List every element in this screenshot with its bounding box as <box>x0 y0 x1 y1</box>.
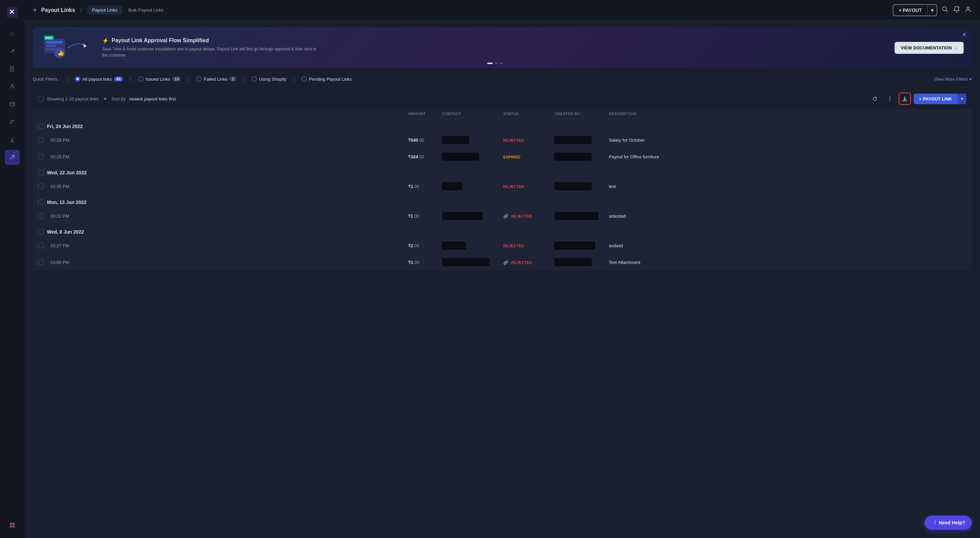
sidebar-item-external[interactable]: ↗ <box>5 43 20 59</box>
col-header-description: DESCRIPTION <box>609 112 966 116</box>
carousel-dot-2[interactable] <box>495 63 498 64</box>
logo[interactable]: ✕ <box>5 5 19 19</box>
tab-bulk-payout-links[interactable]: Bulk Payout Links <box>124 5 168 14</box>
refresh-button[interactable] <box>869 93 881 105</box>
add-payout-link-dropdown-button[interactable]: ▾ <box>958 94 966 104</box>
add-payout-link-group: + PAYOUT LINK ▾ <box>914 94 966 104</box>
filter-separator-2: | <box>130 76 131 83</box>
contact-redacted <box>442 136 469 144</box>
filter-all-payout-links[interactable]: All payout links 43 <box>72 75 126 83</box>
banner-title: ⚡ Payout Link Approval Flow Simplified <box>102 37 888 44</box>
more-options-button[interactable] <box>884 93 896 105</box>
row-status: 🔗REJECTED <box>503 213 554 219</box>
sidebar-item-transactions[interactable] <box>5 114 20 129</box>
table-row[interactable]: 03:00 PM ₹1.00 🔗REJECTED Test Attachment <box>33 254 972 271</box>
row-checkbox[interactable] <box>38 243 43 248</box>
sidebar-item-downloads[interactable] <box>5 132 20 147</box>
filter-issued-links[interactable]: Issued Links 14 <box>135 75 184 83</box>
filter-all-radio[interactable] <box>75 76 80 82</box>
section-checkbox-wed-8[interactable] <box>38 229 43 235</box>
row-description: asdasd <box>609 243 966 248</box>
sidebar-item-documents[interactable] <box>5 61 20 76</box>
row-created-by <box>554 136 609 144</box>
contact-redacted <box>442 258 490 266</box>
status-badge: 🔗REJECTED <box>503 260 532 265</box>
row-contact <box>442 136 503 144</box>
section-date-label: Fri, 24 Jun 2022 <box>47 124 83 129</box>
tab-payout-links[interactable]: Payout Links <box>87 5 122 14</box>
section-checkbox-fri-24[interactable] <box>38 124 43 129</box>
filter-issued-radio[interactable] <box>138 76 143 82</box>
svg-rect-7 <box>10 102 14 106</box>
row-status: REJECTED <box>503 243 554 248</box>
row-checkbox[interactable] <box>38 184 43 189</box>
carousel-dot-3[interactable] <box>500 63 502 64</box>
table-row[interactable]: 03:27 PM ₹2.00 REJECTED asdasd <box>33 237 972 254</box>
status-badge: REJECTED <box>503 185 524 188</box>
table-row[interactable]: 03:22 PM ₹1.00 🔗REJECTED adasdad <box>33 208 972 224</box>
section-date-label: Wed, 22 Jun 2022 <box>47 170 86 176</box>
table-section-wed-8-jun: Wed, 8 Jun 2022 <box>33 224 972 237</box>
filter-failed-links[interactable]: Failed Links 1 <box>194 75 239 83</box>
row-amount: ₹1.00 <box>408 260 442 265</box>
filter-failed-label: Failed Links <box>204 77 227 82</box>
view-more-filters-button[interactable]: View More Filters ▾ <box>934 77 972 82</box>
row-status: REJECTED <box>503 184 554 189</box>
carousel-dot-1[interactable] <box>487 63 493 64</box>
filter-failed-radio[interactable] <box>196 76 202 82</box>
filter-issued-count: 14 <box>172 77 181 81</box>
main-content: ✈ Payout Links / Payout Links Bulk Payou… <box>24 0 980 538</box>
contact-redacted <box>442 241 466 250</box>
row-checkbox[interactable] <box>38 154 43 160</box>
row-time: 03:35 PM <box>50 184 408 189</box>
payout-dropdown-button[interactable]: ▾ <box>927 5 937 16</box>
sidebar-item-grid[interactable] <box>5 517 20 533</box>
section-date-label: Wed, 8 Jun 2022 <box>47 229 84 235</box>
row-checkbox[interactable] <box>38 213 43 219</box>
table-section-fri-24-jun: Fri, 24 Jun 2022 <box>33 119 972 132</box>
download-button[interactable] <box>899 93 911 105</box>
select-all-checkbox[interactable] <box>38 96 43 102</box>
col-header-status: STATUS <box>503 112 554 116</box>
row-status: REJECTED <box>503 137 554 143</box>
row-checkbox[interactable] <box>38 137 43 143</box>
svg-text:✕: ✕ <box>9 8 14 16</box>
created-by-redacted <box>554 241 595 250</box>
filter-all-label: All payout links <box>82 77 112 82</box>
table-row[interactable]: 05:28 PM ₹324.00 EXPIRED Payout for Offi… <box>33 148 972 165</box>
svg-rect-14 <box>13 523 14 525</box>
view-documentation-button[interactable]: VIEW DOCUMENTATION → <box>894 42 964 54</box>
sidebar-item-cards[interactable] <box>5 97 20 112</box>
status-badge: 🔗REJECTED <box>503 214 532 219</box>
sidebar-item-users[interactable] <box>5 79 20 94</box>
payout-main-button[interactable]: + PAYOUT <box>893 5 927 16</box>
row-amount: ₹540.00 <box>408 137 442 143</box>
search-icon[interactable] <box>941 5 949 14</box>
table-row[interactable]: 03:35 PM ₹1.00 REJECTED test <box>33 178 972 195</box>
filter-pending[interactable]: Pending Payout Links <box>299 75 355 83</box>
row-checkbox[interactable] <box>38 259 43 265</box>
notifications-icon[interactable] <box>953 5 960 14</box>
row-description: adasdad <box>609 214 966 219</box>
filter-shopify[interactable]: Using Shopify <box>249 75 289 83</box>
section-checkbox-wed-22[interactable] <box>38 170 43 176</box>
add-payout-link-button[interactable]: + PAYOUT LINK <box>914 94 958 104</box>
table-row[interactable]: 05:28 PM ₹540.00 REJECTED Salary for Oct… <box>33 132 972 148</box>
filter-pending-radio[interactable] <box>301 76 307 82</box>
banner-carousel-dots <box>487 63 502 64</box>
user-profile-icon[interactable] <box>964 5 972 14</box>
table-toolbar: Showing 1-10 payout links Sort by newest… <box>33 89 972 109</box>
row-description: test <box>609 184 966 189</box>
sidebar-item-home[interactable]: ⌂ <box>5 26 20 41</box>
table-actions: + PAYOUT LINK ▾ <box>869 93 966 105</box>
banner-close-button[interactable]: ✕ <box>962 31 966 38</box>
sidebar-item-payout-links[interactable] <box>5 150 20 165</box>
filter-shopify-radio[interactable] <box>251 76 257 82</box>
svg-text:NEW: NEW <box>46 37 52 40</box>
showing-count-text: Showing 1-10 payout links <box>47 96 99 102</box>
filter-shopify-label: Using Shopify <box>259 77 286 82</box>
breadcrumb-separator: / <box>81 8 82 13</box>
need-help-button[interactable]: 〈 Need Help? <box>924 516 972 530</box>
section-checkbox-mon-13[interactable] <box>38 200 43 205</box>
row-created-by <box>554 241 609 250</box>
